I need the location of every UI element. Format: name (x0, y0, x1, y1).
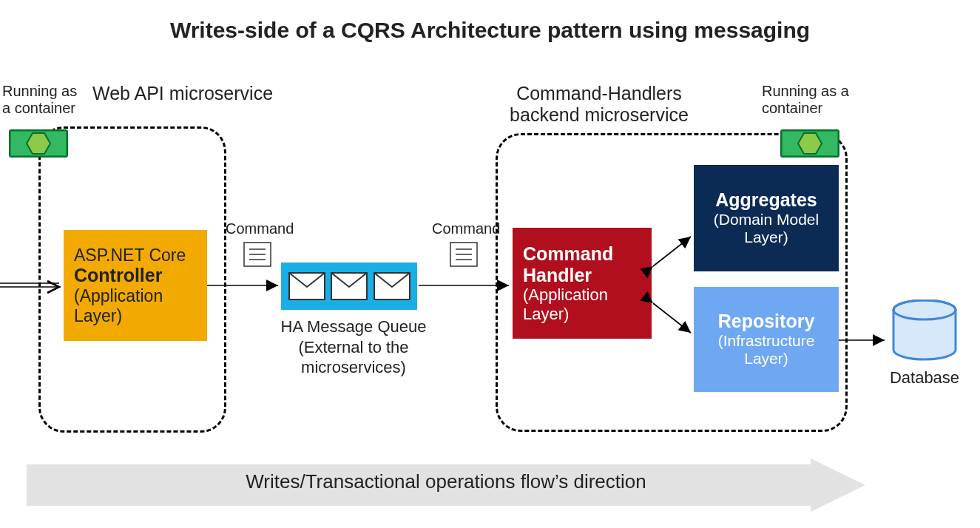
command-handler-sub: (Application Layer) (523, 285, 641, 323)
queue-caption: HA Message Queue (External to the micros… (276, 317, 431, 378)
aggregates-box: Aggregates (Domain Model Layer) (694, 165, 839, 271)
message-queue-icon (281, 263, 417, 310)
container-label-right: Running as a container (762, 83, 851, 117)
note-icon-2 (450, 242, 478, 267)
aspnet-controller-box: ASP.NET Core Controller (Application Lay… (64, 230, 207, 341)
controller-sub: (Application Layer) (74, 286, 197, 325)
repository-bold: Repository (718, 311, 815, 332)
flow-direction-bar: Writes/Transactional operations flow’s d… (27, 458, 865, 512)
envelope-icon (374, 272, 410, 300)
database-node: Database (888, 299, 962, 387)
diagram-title: Writes-side of a CQRS Architecture patte… (0, 18, 980, 43)
svg-marker-5 (798, 133, 822, 154)
command-label-1: Command (226, 220, 294, 237)
envelope-icon (331, 272, 368, 300)
backend-text: Command-Handlers backend microservice (510, 83, 689, 125)
backend-section-title: Command-Handlers backend microservice (484, 83, 714, 126)
container-icon-right (780, 124, 839, 163)
repository-box: Repository (Infrastructure Layer) (694, 287, 839, 392)
queue-caption-l2: (External to the microservices) (298, 338, 408, 377)
controller-bold: Controller (74, 265, 197, 286)
aggregates-bold: Aggregates (715, 189, 817, 211)
flow-direction-label: Writes/Transactional operations flow’s d… (27, 470, 865, 493)
envelope-icon (288, 272, 325, 300)
queue-caption-l1: HA Message Queue (281, 317, 427, 336)
container-label-left: Running as a container (2, 83, 84, 117)
web-api-text: Web API microservice (92, 83, 273, 104)
controller-line1: ASP.NET Core (74, 246, 197, 265)
command-handler-box: Command Handler (Application Layer) (513, 228, 652, 339)
svg-marker-2 (27, 133, 50, 154)
command-label-2: Command (432, 220, 500, 237)
note-icon-1 (243, 242, 271, 267)
web-api-section-title: Web API microservice (92, 83, 273, 104)
database-label: Database (888, 368, 962, 387)
database-icon (891, 299, 958, 362)
container-icon-left (9, 124, 68, 163)
diagram-canvas: Writes-side of a CQRS Architecture patte… (0, 0, 980, 528)
command-handler-bold: Command Handler (523, 243, 641, 286)
aggregates-sub: (Domain Model Layer) (704, 211, 828, 246)
repository-sub: (Infrastructure Layer) (704, 332, 828, 368)
